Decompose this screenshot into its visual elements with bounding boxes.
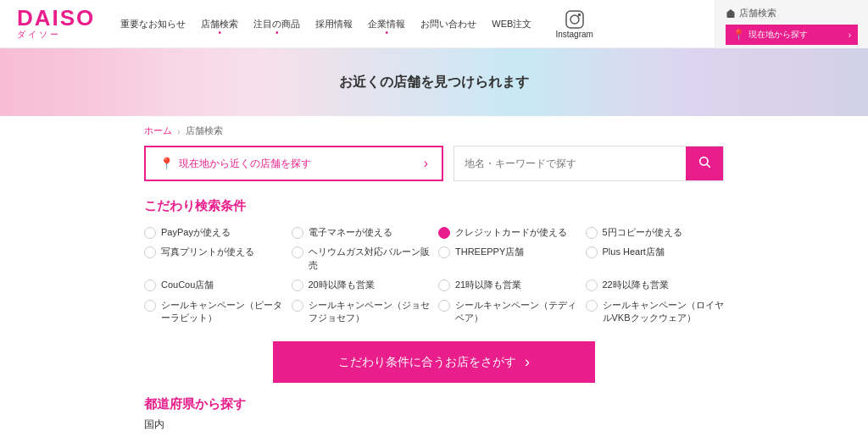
filter-radio[interactable] xyxy=(586,300,598,312)
arrow-right-icon: › xyxy=(849,30,851,40)
search-conditions-button[interactable]: こだわり条件に合うお店をさがす › xyxy=(273,341,595,383)
filter-radio[interactable] xyxy=(292,246,303,258)
filter-label: ヘリウムガス対応バルーン販売 xyxy=(309,246,431,272)
filter-radio[interactable] xyxy=(144,246,156,258)
logo-daiso[interactable]: DAISO xyxy=(17,7,95,29)
logo-kana: ダイソー xyxy=(17,29,61,41)
filter-radio[interactable] xyxy=(144,300,156,312)
top-location-button[interactable]: 📍 現在地から探す › xyxy=(726,25,858,45)
filter-radio[interactable] xyxy=(292,300,303,312)
filter-label: Plus Heart店舗 xyxy=(603,246,665,258)
keyword-search-button[interactable] xyxy=(686,147,723,180)
search-conditions-arrow-icon: › xyxy=(525,353,530,371)
filter-radio[interactable] xyxy=(438,246,450,258)
filter-label: シールキャンペーン（テディベア） xyxy=(455,299,577,325)
filter-label: シールキャンペーン（ロイヤルVKBクックウェア） xyxy=(603,299,725,325)
main-content: 📍 現在地から近くの店舗を探す › こだわり検索条件 PayPayが使える電子マ… xyxy=(0,146,868,437)
breadcrumb-current: 店舗検索 xyxy=(186,124,223,137)
keyword-search-row xyxy=(453,146,724,181)
filter-radio[interactable] xyxy=(438,300,450,312)
location-pin-icon: 📍 xyxy=(732,29,745,41)
filter-radio[interactable] xyxy=(586,227,598,239)
filter-section: こだわり検索条件 PayPayが使える電子マネーが使えるクレジットカードが使える… xyxy=(144,198,724,324)
filter-item[interactable]: CouCou店舗 xyxy=(144,279,283,291)
svg-point-3 xyxy=(700,158,708,165)
filter-radio[interactable] xyxy=(438,279,450,291)
instagram-icon xyxy=(565,9,585,30)
filter-title: こだわり検索条件 xyxy=(144,198,724,214)
filter-radio[interactable] xyxy=(144,279,156,291)
filter-label: シールキャンペーン（ジョセフジョセフ） xyxy=(309,299,431,325)
filter-item[interactable]: シールキャンペーン（ピーターラビット） xyxy=(144,299,283,325)
filter-item[interactable]: 写真プリントが使える xyxy=(144,246,283,272)
nav-item-store-search[interactable]: 店舗検索 xyxy=(201,18,238,30)
prefecture-title: 都道府県から探す xyxy=(144,396,724,412)
location-pin-icon: 📍 xyxy=(159,157,174,170)
arrow-right-icon: › xyxy=(424,156,428,171)
svg-line-4 xyxy=(707,164,710,168)
filter-radio[interactable] xyxy=(586,279,598,291)
hero-banner: お近くの店舗を見つけられます xyxy=(0,48,868,116)
filter-item[interactable]: Plus Heart店舗 xyxy=(586,246,725,272)
filter-radio[interactable] xyxy=(292,279,303,291)
nav-item-web-order[interactable]: WEB注文 xyxy=(492,18,531,30)
hero-text: お近くの店舗を見つけられます xyxy=(339,74,529,91)
filter-label: 20時以降も営業 xyxy=(309,279,375,291)
prefecture-section: 都道府県から探す 国内 xyxy=(144,396,724,432)
filter-label: 写真プリントが使える xyxy=(161,246,254,258)
search-conditions-label: こだわり条件に合うお店をさがす xyxy=(338,355,516,370)
filter-label: PayPayが使える xyxy=(161,226,231,239)
search-btn-container: こだわり条件に合うお店をさがす › xyxy=(144,341,724,383)
prefecture-subtitle: 国内 xyxy=(144,418,724,432)
filter-label: 5円コピーが使える xyxy=(603,226,682,239)
filter-label: シールキャンペーン（ピーターラビット） xyxy=(161,299,283,325)
nav-item-contact[interactable]: お問い合わせ xyxy=(420,18,476,30)
filter-grid: PayPayが使える電子マネーが使えるクレジットカードが使える5円コピーが使える… xyxy=(144,226,724,324)
nav-item-company[interactable]: 企業情報 xyxy=(368,18,405,30)
filter-label: THREEPPY店舗 xyxy=(455,246,524,258)
breadcrumb: ホーム › 店舗検索 xyxy=(0,116,868,146)
filter-radio[interactable] xyxy=(144,227,156,239)
nav-item-recruit[interactable]: 採用情報 xyxy=(315,18,353,30)
filter-item[interactable]: シールキャンペーン（ジョセフジョセフ） xyxy=(292,299,431,325)
svg-rect-0 xyxy=(566,11,583,28)
instagram-label: Instagram xyxy=(555,30,593,39)
filter-item[interactable]: 22時以降も営業 xyxy=(586,279,725,291)
filter-item[interactable]: 20時以降も営業 xyxy=(292,279,431,291)
filter-radio[interactable] xyxy=(292,227,303,239)
keyword-input[interactable] xyxy=(454,149,686,178)
filter-item[interactable]: ヘリウムガス対応バルーン販売 xyxy=(292,246,431,272)
filter-label: クレジットカードが使える xyxy=(455,226,567,239)
filter-radio[interactable] xyxy=(586,246,598,258)
filter-radio[interactable] xyxy=(438,227,450,239)
logo-area: DAISO ダイソー xyxy=(17,7,95,41)
hero-bg-right xyxy=(656,48,868,116)
top-store-search-title: 店舗検索 xyxy=(726,7,858,19)
nav-item-products[interactable]: 注目の商品 xyxy=(253,18,300,30)
filter-label: 21時以降も営業 xyxy=(455,279,521,291)
svg-point-2 xyxy=(578,14,580,15)
filter-item[interactable]: THREEPPY店舗 xyxy=(438,246,577,272)
search-row: 📍 現在地から近くの店舗を探す › xyxy=(144,146,724,181)
instagram-link[interactable]: Instagram xyxy=(555,9,593,39)
filter-item[interactable]: 21時以降も営業 xyxy=(438,279,577,291)
hero-bg-left xyxy=(0,48,170,116)
filter-item[interactable]: シールキャンペーン（ロイヤルVKBクックウェア） xyxy=(586,299,725,325)
filter-item[interactable]: 5円コピーが使える xyxy=(586,226,725,239)
breadcrumb-separator: › xyxy=(177,126,181,136)
filter-label: 22時以降も営業 xyxy=(603,279,669,291)
nav-item-notices[interactable]: 重要なお知らせ xyxy=(120,18,186,30)
filter-item[interactable]: クレジットカードが使える xyxy=(438,226,577,239)
filter-item[interactable]: PayPayが使える xyxy=(144,226,283,239)
filter-label: 電子マネーが使える xyxy=(309,226,392,239)
breadcrumb-home[interactable]: ホーム xyxy=(144,124,172,137)
svg-point-1 xyxy=(570,15,579,24)
filter-item[interactable]: 電子マネーが使える xyxy=(292,226,431,239)
location-search-button[interactable]: 📍 現在地から近くの店舗を探す › xyxy=(144,146,443,181)
search-icon xyxy=(698,155,711,169)
filter-item[interactable]: シールキャンペーン（テディベア） xyxy=(438,299,577,325)
location-btn-label: 現在地から近くの店舗を探す xyxy=(179,157,311,171)
store-icon xyxy=(726,8,736,19)
site-header: DAISO ダイソー 重要なお知らせ 店舗検索 注目の商品 採用情報 企業情報 … xyxy=(0,0,868,48)
filter-label: CouCou店舗 xyxy=(161,279,214,291)
